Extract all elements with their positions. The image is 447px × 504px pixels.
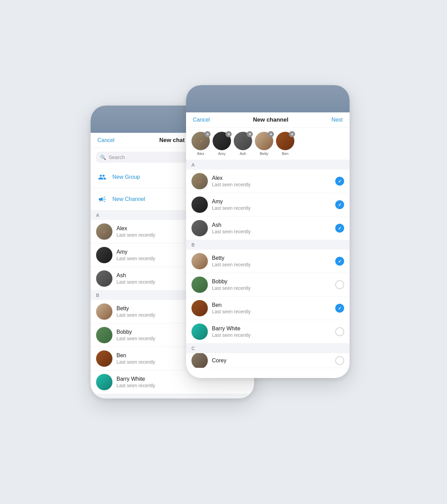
remove-ash-badge[interactable]: ✕ [247, 131, 253, 137]
selected-ben[interactable]: ✕ Ben [276, 132, 294, 156]
cancel-button[interactable]: Cancel [97, 137, 114, 143]
front-contact-info-ben: Ben Last seen recently [212, 302, 331, 314]
search-placeholder: Search [109, 154, 125, 160]
front-avatar-corey [191, 353, 208, 368]
checkbox-barry[interactable] [335, 327, 344, 336]
new-chat-title: New chat [159, 137, 185, 144]
front-contact-status-ash: Last seen recently [212, 229, 331, 234]
front-contact-amy[interactable]: Amy Last seen recently [186, 193, 350, 217]
selected-betty-name: Betty [260, 152, 268, 156]
front-contact-name-ben: Ben [212, 302, 331, 308]
front-avatar-barry [191, 324, 208, 340]
front-avatar-amy [191, 196, 208, 213]
remove-amy-badge[interactable]: ✕ [226, 131, 232, 137]
avatar-ash [96, 270, 112, 287]
front-section-b-header: B [186, 240, 350, 250]
front-contact-betty[interactable]: Betty Last seen recently [186, 250, 350, 273]
selected-ash[interactable]: ✕ Ash [234, 132, 252, 156]
selected-ash-name: Ash [240, 152, 246, 156]
new-channel-title: New channel [253, 116, 288, 123]
front-contact-info-alex: Alex Last seen recently [212, 175, 331, 187]
front-contact-alex[interactable]: 🎻 Alex Last seen recently [186, 170, 350, 193]
front-contact-ben[interactable]: Ben Last seen recently [186, 297, 350, 320]
selected-avatar-amy: ✕ [213, 132, 231, 150]
front-contact-name-betty: Betty [212, 255, 331, 261]
new-group-label: New Group [112, 174, 140, 180]
front-contact-status-ben: Last seen recently [212, 309, 331, 314]
front-avatar-ash [191, 220, 208, 236]
front-contact-status-betty: Last seen recently [212, 262, 331, 267]
checkbox-betty[interactable] [335, 257, 344, 266]
front-contact-corey[interactable]: Corey [186, 353, 350, 368]
front-contact-barry[interactable]: Barry White Last seen recently [186, 320, 350, 344]
remove-ben-badge[interactable]: ✕ [289, 131, 295, 137]
selected-avatar-alex: 🎻 ✕ [191, 132, 210, 150]
avatar-ben [96, 350, 112, 367]
front-avatar-bobby [191, 277, 208, 293]
search-icon: 🔍 [100, 155, 106, 160]
front-contact-name-bobby: Bobby [212, 279, 331, 285]
checkbox-ben[interactable] [335, 304, 344, 313]
front-contact-status-bobby: Last seen recently [212, 285, 331, 291]
front-contact-info-corey: Corey [212, 358, 331, 364]
front-contact-name-corey: Corey [212, 358, 331, 364]
new-group-icon [96, 171, 108, 183]
front-avatar-alex: 🎻 [191, 173, 208, 189]
front-contact-bobby[interactable]: Bobby Last seen recently [186, 273, 350, 297]
front-contact-name-ash: Ash [212, 222, 331, 228]
avatar-alex: 🎻 [96, 223, 112, 240]
selected-ben-name: Ben [282, 152, 289, 156]
front-contact-name-alex: Alex [212, 175, 331, 181]
checkbox-amy[interactable] [335, 200, 344, 209]
new-channel-phone: Cancel New channel Next 🎻 ✕ Alex ✕ [186, 85, 350, 378]
front-contact-info-amy: Amy Last seen recently [212, 199, 331, 211]
contact-status-barry: Last seen recently [117, 383, 249, 388]
selected-amy-name: Amy [218, 152, 226, 156]
front-contact-info-ash: Ash Last seen recently [212, 222, 331, 234]
front-contact-info-barry: Barry White Last seen recently [212, 326, 331, 338]
section-c-header: C [91, 394, 254, 398]
front-cancel-button[interactable]: Cancel [193, 117, 210, 123]
front-phone-header-bg [186, 85, 350, 112]
selected-alex-name: Alex [197, 152, 204, 156]
checkbox-corey[interactable] [335, 356, 344, 365]
front-contact-name-amy: Amy [212, 199, 331, 205]
selected-contacts-row: 🎻 ✕ Alex ✕ Amy ✕ Ash [186, 128, 350, 160]
front-contact-info-bobby: Bobby Last seen recently [212, 279, 331, 291]
avatar-betty [96, 303, 112, 320]
front-avatar-betty [191, 253, 208, 269]
checkbox-bobby[interactable] [335, 280, 344, 289]
selected-avatar-betty: ✕ [255, 132, 273, 150]
front-avatar-ben [191, 300, 208, 316]
next-button[interactable]: Next [332, 117, 343, 123]
selected-avatar-ash: ✕ [234, 132, 252, 150]
front-contact-status-amy: Last seen recently [212, 205, 331, 211]
selected-amy[interactable]: ✕ Amy [213, 132, 231, 156]
front-contact-status-alex: Last seen recently [212, 182, 331, 187]
selected-alex[interactable]: 🎻 ✕ Alex [191, 132, 210, 156]
front-section-a-header: A [186, 160, 350, 170]
new-channel-label: New Channel [112, 196, 145, 202]
front-contact-info-betty: Betty Last seen recently [212, 255, 331, 267]
selected-avatar-ben: ✕ [276, 132, 294, 150]
avatar-amy [96, 247, 112, 263]
avatar-bobby [96, 327, 112, 343]
selected-betty[interactable]: ✕ Betty [255, 132, 273, 156]
front-section-c-header: C [186, 344, 350, 353]
avatar-barry [96, 374, 112, 390]
remove-betty-badge[interactable]: ✕ [268, 131, 274, 137]
checkbox-alex[interactable] [335, 177, 344, 186]
front-contact-name-barry: Barry White [212, 326, 331, 332]
new-channel-icon [96, 193, 108, 205]
front-contact-status-barry: Last seen recently [212, 332, 331, 338]
checkbox-ash[interactable] [335, 224, 344, 233]
remove-alex-badge[interactable]: ✕ [204, 131, 211, 137]
front-contact-ash[interactable]: Ash Last seen recently [186, 217, 350, 240]
new-channel-nav-bar: Cancel New channel Next [186, 112, 350, 128]
